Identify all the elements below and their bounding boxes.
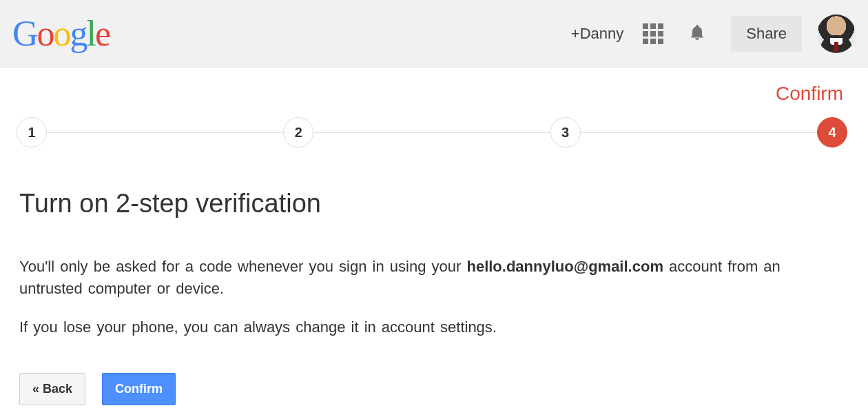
step-2: 2: [283, 117, 313, 148]
step-heading: Confirm: [776, 83, 843, 104]
progress-steps: 1 2 3 4: [0, 105, 868, 148]
account-avatar[interactable]: [817, 14, 856, 53]
step-1: 1: [17, 117, 47, 148]
step-3: 3: [550, 117, 581, 148]
header-bar: Google +Danny Share: [0, 0, 868, 68]
desc-part1: You'll only be asked for a code whenever…: [19, 258, 466, 275]
confirm-button[interactable]: Confirm: [102, 373, 176, 405]
notifications-bell-icon[interactable]: [687, 23, 707, 44]
main-content: Turn on 2-step verification You'll only …: [0, 148, 868, 405]
apps-grid-icon[interactable]: [643, 23, 663, 44]
step-line: [47, 132, 283, 133]
back-button[interactable]: « Back: [19, 373, 85, 405]
page-title: Turn on 2-step verification: [19, 189, 849, 218]
step-line: [313, 132, 550, 133]
account-email: hello.dannyluo@gmail.com: [466, 258, 663, 275]
profile-link[interactable]: +Danny: [571, 25, 623, 43]
share-button[interactable]: Share: [731, 16, 802, 52]
button-row: « Back Confirm: [19, 373, 849, 405]
step-line: [581, 132, 817, 133]
description-line-1: You'll only be asked for a code whenever…: [19, 256, 849, 300]
step-heading-wrapper: Confirm: [0, 68, 868, 105]
step-4: 4: [817, 117, 847, 148]
google-logo[interactable]: Google: [12, 13, 110, 54]
description-line-2: If you lose your phone, you can always c…: [19, 316, 849, 338]
